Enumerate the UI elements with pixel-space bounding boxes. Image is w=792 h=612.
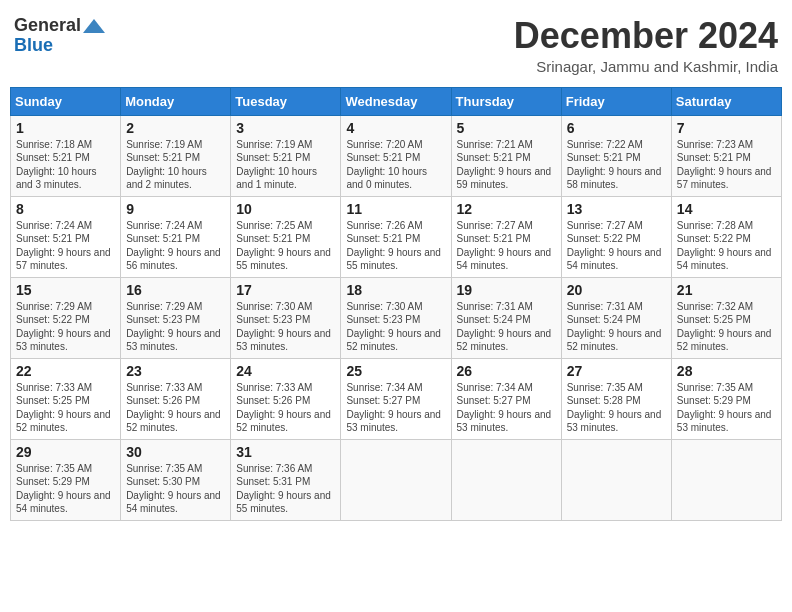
cell-info: Sunrise: 7:32 AMSunset: 5:25 PMDaylight:… [677,301,772,353]
calendar-cell: 6 Sunrise: 7:22 AMSunset: 5:21 PMDayligh… [561,115,671,196]
week-row-4: 22 Sunrise: 7:33 AMSunset: 5:25 PMDaylig… [11,358,782,439]
day-number: 11 [346,201,445,217]
calendar-cell: 13 Sunrise: 7:27 AMSunset: 5:22 PMDaylig… [561,196,671,277]
calendar-cell: 18 Sunrise: 7:30 AMSunset: 5:23 PMDaylig… [341,277,451,358]
cell-info: Sunrise: 7:19 AMSunset: 5:21 PMDaylight:… [236,139,317,191]
cell-info: Sunrise: 7:27 AMSunset: 5:21 PMDaylight:… [457,220,552,272]
cell-info: Sunrise: 7:35 AMSunset: 5:29 PMDaylight:… [16,463,111,515]
calendar-cell: 21 Sunrise: 7:32 AMSunset: 5:25 PMDaylig… [671,277,781,358]
week-row-5: 29 Sunrise: 7:35 AMSunset: 5:29 PMDaylig… [11,439,782,520]
cell-info: Sunrise: 7:33 AMSunset: 5:26 PMDaylight:… [126,382,221,434]
day-number: 2 [126,120,225,136]
day-number: 26 [457,363,556,379]
cell-info: Sunrise: 7:20 AMSunset: 5:21 PMDaylight:… [346,139,427,191]
day-number: 8 [16,201,115,217]
cell-info: Sunrise: 7:18 AMSunset: 5:21 PMDaylight:… [16,139,97,191]
day-number: 28 [677,363,776,379]
day-number: 20 [567,282,666,298]
cell-info: Sunrise: 7:34 AMSunset: 5:27 PMDaylight:… [457,382,552,434]
cell-info: Sunrise: 7:33 AMSunset: 5:25 PMDaylight:… [16,382,111,434]
day-number: 12 [457,201,556,217]
logo-general-text: General [14,16,81,36]
cell-info: Sunrise: 7:35 AMSunset: 5:30 PMDaylight:… [126,463,221,515]
cell-info: Sunrise: 7:24 AMSunset: 5:21 PMDaylight:… [126,220,221,272]
day-number: 19 [457,282,556,298]
day-number: 23 [126,363,225,379]
cell-info: Sunrise: 7:21 AMSunset: 5:21 PMDaylight:… [457,139,552,191]
day-number: 25 [346,363,445,379]
day-number: 14 [677,201,776,217]
logo-blue-text: Blue [14,36,105,56]
cell-info: Sunrise: 7:31 AMSunset: 5:24 PMDaylight:… [457,301,552,353]
day-number: 21 [677,282,776,298]
cell-info: Sunrise: 7:24 AMSunset: 5:21 PMDaylight:… [16,220,111,272]
day-number: 3 [236,120,335,136]
day-number: 31 [236,444,335,460]
calendar-cell [341,439,451,520]
page-header: General Blue December 2024 Srinagar, Jam… [10,10,782,81]
week-row-3: 15 Sunrise: 7:29 AMSunset: 5:22 PMDaylig… [11,277,782,358]
column-header-monday: Monday [121,87,231,115]
calendar-cell: 20 Sunrise: 7:31 AMSunset: 5:24 PMDaylig… [561,277,671,358]
column-header-friday: Friday [561,87,671,115]
calendar-cell: 7 Sunrise: 7:23 AMSunset: 5:21 PMDayligh… [671,115,781,196]
day-number: 10 [236,201,335,217]
day-number: 24 [236,363,335,379]
day-number: 4 [346,120,445,136]
day-number: 17 [236,282,335,298]
column-header-thursday: Thursday [451,87,561,115]
calendar-cell: 29 Sunrise: 7:35 AMSunset: 5:29 PMDaylig… [11,439,121,520]
calendar-cell [561,439,671,520]
cell-info: Sunrise: 7:19 AMSunset: 5:21 PMDaylight:… [126,139,207,191]
week-row-1: 1 Sunrise: 7:18 AMSunset: 5:21 PMDayligh… [11,115,782,196]
day-number: 22 [16,363,115,379]
day-number: 13 [567,201,666,217]
cell-info: Sunrise: 7:35 AMSunset: 5:29 PMDaylight:… [677,382,772,434]
day-number: 5 [457,120,556,136]
calendar-cell: 30 Sunrise: 7:35 AMSunset: 5:30 PMDaylig… [121,439,231,520]
day-number: 16 [126,282,225,298]
calendar-cell: 9 Sunrise: 7:24 AMSunset: 5:21 PMDayligh… [121,196,231,277]
calendar-table: SundayMondayTuesdayWednesdayThursdayFrid… [10,87,782,521]
day-number: 29 [16,444,115,460]
logo: General Blue [14,16,105,56]
calendar-cell: 17 Sunrise: 7:30 AMSunset: 5:23 PMDaylig… [231,277,341,358]
calendar-cell: 25 Sunrise: 7:34 AMSunset: 5:27 PMDaylig… [341,358,451,439]
day-number: 30 [126,444,225,460]
calendar-cell: 27 Sunrise: 7:35 AMSunset: 5:28 PMDaylig… [561,358,671,439]
column-header-wednesday: Wednesday [341,87,451,115]
svg-marker-0 [83,19,105,33]
calendar-cell: 12 Sunrise: 7:27 AMSunset: 5:21 PMDaylig… [451,196,561,277]
calendar-cell: 8 Sunrise: 7:24 AMSunset: 5:21 PMDayligh… [11,196,121,277]
calendar-cell [451,439,561,520]
day-number: 27 [567,363,666,379]
header-row: SundayMondayTuesdayWednesdayThursdayFrid… [11,87,782,115]
column-header-tuesday: Tuesday [231,87,341,115]
cell-info: Sunrise: 7:25 AMSunset: 5:21 PMDaylight:… [236,220,331,272]
calendar-cell: 14 Sunrise: 7:28 AMSunset: 5:22 PMDaylig… [671,196,781,277]
cell-info: Sunrise: 7:30 AMSunset: 5:23 PMDaylight:… [236,301,331,353]
calendar-cell: 24 Sunrise: 7:33 AMSunset: 5:26 PMDaylig… [231,358,341,439]
calendar-cell: 26 Sunrise: 7:34 AMSunset: 5:27 PMDaylig… [451,358,561,439]
calendar-cell: 1 Sunrise: 7:18 AMSunset: 5:21 PMDayligh… [11,115,121,196]
calendar-cell: 2 Sunrise: 7:19 AMSunset: 5:21 PMDayligh… [121,115,231,196]
cell-info: Sunrise: 7:31 AMSunset: 5:24 PMDaylight:… [567,301,662,353]
cell-info: Sunrise: 7:23 AMSunset: 5:21 PMDaylight:… [677,139,772,191]
cell-info: Sunrise: 7:29 AMSunset: 5:22 PMDaylight:… [16,301,111,353]
calendar-cell: 22 Sunrise: 7:33 AMSunset: 5:25 PMDaylig… [11,358,121,439]
cell-info: Sunrise: 7:22 AMSunset: 5:21 PMDaylight:… [567,139,662,191]
cell-info: Sunrise: 7:33 AMSunset: 5:26 PMDaylight:… [236,382,331,434]
location-text: Srinagar, Jammu and Kashmir, India [514,58,778,75]
column-header-saturday: Saturday [671,87,781,115]
week-row-2: 8 Sunrise: 7:24 AMSunset: 5:21 PMDayligh… [11,196,782,277]
calendar-cell: 31 Sunrise: 7:36 AMSunset: 5:31 PMDaylig… [231,439,341,520]
calendar-cell: 28 Sunrise: 7:35 AMSunset: 5:29 PMDaylig… [671,358,781,439]
calendar-cell: 23 Sunrise: 7:33 AMSunset: 5:26 PMDaylig… [121,358,231,439]
day-number: 18 [346,282,445,298]
calendar-cell [671,439,781,520]
cell-info: Sunrise: 7:26 AMSunset: 5:21 PMDaylight:… [346,220,441,272]
calendar-cell: 5 Sunrise: 7:21 AMSunset: 5:21 PMDayligh… [451,115,561,196]
calendar-cell: 10 Sunrise: 7:25 AMSunset: 5:21 PMDaylig… [231,196,341,277]
cell-info: Sunrise: 7:36 AMSunset: 5:31 PMDaylight:… [236,463,331,515]
day-number: 7 [677,120,776,136]
